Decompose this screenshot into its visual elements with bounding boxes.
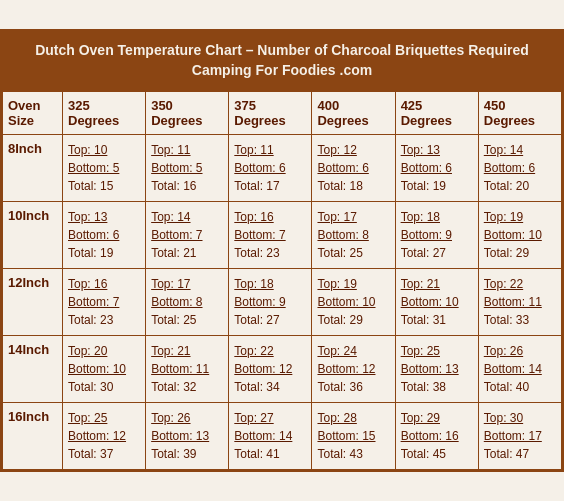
chart-title: Dutch Oven Temperature Chart – Number of… bbox=[2, 31, 562, 90]
cell-r0-c3: Top: 12Bottom: 6Total: 18 bbox=[312, 134, 395, 201]
chart-title-line1: Dutch Oven Temperature Chart – Number of… bbox=[10, 41, 554, 61]
cell-r3-c4: Top: 25Bottom: 13Total: 38 bbox=[395, 335, 478, 402]
cell-r2-c3: Top: 19Bottom: 10Total: 29 bbox=[312, 268, 395, 335]
header-450: 450 Degrees bbox=[478, 91, 561, 134]
cell-r1-c3: Top: 17Bottom: 8Total: 25 bbox=[312, 201, 395, 268]
cell-r1-c1: Top: 14Bottom: 7Total: 21 bbox=[146, 201, 229, 268]
cell-r1-c0: Top: 13Bottom: 6Total: 19 bbox=[63, 201, 146, 268]
cell-r0-c0: Top: 10Bottom: 5Total: 15 bbox=[63, 134, 146, 201]
cell-r0-c1: Top: 11Bottom: 5Total: 16 bbox=[146, 134, 229, 201]
cell-r0-c4: Top: 13Bottom: 6Total: 19 bbox=[395, 134, 478, 201]
oven-size-10: 10Inch bbox=[3, 201, 63, 268]
cell-r4-c4: Top: 29Bottom: 16Total: 45 bbox=[395, 402, 478, 469]
chart-container: Dutch Oven Temperature Chart – Number of… bbox=[0, 29, 564, 471]
oven-size-12: 12Inch bbox=[3, 268, 63, 335]
table-row: 16InchTop: 25Bottom: 12Total: 37Top: 26B… bbox=[3, 402, 562, 469]
table-row: 8InchTop: 10Bottom: 5Total: 15Top: 11Bot… bbox=[3, 134, 562, 201]
oven-size-16: 16Inch bbox=[3, 402, 63, 469]
cell-r4-c3: Top: 28Bottom: 15Total: 43 bbox=[312, 402, 395, 469]
chart-title-line2: Camping For Foodies .com bbox=[10, 61, 554, 81]
oven-size-14: 14Inch bbox=[3, 335, 63, 402]
cell-r1-c4: Top: 18Bottom: 9Total: 27 bbox=[395, 201, 478, 268]
table-row: 10InchTop: 13Bottom: 6Total: 19Top: 14Bo… bbox=[3, 201, 562, 268]
cell-r4-c0: Top: 25Bottom: 12Total: 37 bbox=[63, 402, 146, 469]
table-row: 12InchTop: 16Bottom: 7Total: 23Top: 17Bo… bbox=[3, 268, 562, 335]
cell-r1-c2: Top: 16Bottom: 7Total: 23 bbox=[229, 201, 312, 268]
cell-r2-c2: Top: 18Bottom: 9Total: 27 bbox=[229, 268, 312, 335]
cell-r4-c2: Top: 27Bottom: 14Total: 41 bbox=[229, 402, 312, 469]
cell-r3-c3: Top: 24Bottom: 12Total: 36 bbox=[312, 335, 395, 402]
header-425: 425 Degrees bbox=[395, 91, 478, 134]
header-350: 350 Degrees bbox=[146, 91, 229, 134]
table-row: 14InchTop: 20Bottom: 10Total: 30Top: 21B… bbox=[3, 335, 562, 402]
header-400: 400 Degrees bbox=[312, 91, 395, 134]
cell-r3-c5: Top: 26Bottom: 14Total: 40 bbox=[478, 335, 561, 402]
cell-r0-c5: Top: 14Bottom: 6Total: 20 bbox=[478, 134, 561, 201]
cell-r2-c1: Top: 17Bottom: 8Total: 25 bbox=[146, 268, 229, 335]
header-325: 325 Degrees bbox=[63, 91, 146, 134]
cell-r2-c5: Top: 22Bottom: 11Total: 33 bbox=[478, 268, 561, 335]
cell-r3-c2: Top: 22Bottom: 12Total: 34 bbox=[229, 335, 312, 402]
cell-r4-c1: Top: 26Bottom: 13Total: 39 bbox=[146, 402, 229, 469]
header-oven-size: Oven Size bbox=[3, 91, 63, 134]
cell-r3-c0: Top: 20Bottom: 10Total: 30 bbox=[63, 335, 146, 402]
header-row: Oven Size 325 Degrees 350 Degrees 375 De… bbox=[3, 91, 562, 134]
data-table: Oven Size 325 Degrees 350 Degrees 375 De… bbox=[2, 91, 562, 470]
cell-r2-c4: Top: 21Bottom: 10Total: 31 bbox=[395, 268, 478, 335]
cell-r3-c1: Top: 21Bottom: 11Total: 32 bbox=[146, 335, 229, 402]
cell-r4-c5: Top: 30Bottom: 17Total: 47 bbox=[478, 402, 561, 469]
cell-r1-c5: Top: 19Bottom: 10Total: 29 bbox=[478, 201, 561, 268]
header-375: 375 Degrees bbox=[229, 91, 312, 134]
cell-r0-c2: Top: 11Bottom: 6Total: 17 bbox=[229, 134, 312, 201]
oven-size-8: 8Inch bbox=[3, 134, 63, 201]
cell-r2-c0: Top: 16Bottom: 7Total: 23 bbox=[63, 268, 146, 335]
